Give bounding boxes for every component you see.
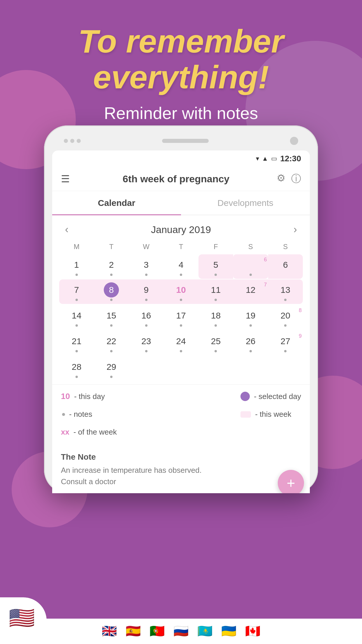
week-num-6: 6 [264, 257, 267, 263]
legend-thisweek-label: - this week [255, 410, 291, 419]
phone-speaker [162, 139, 209, 143]
settings-icon[interactable]: ⚙ [277, 172, 285, 186]
day-27[interactable]: 9 27 [268, 331, 303, 355]
tab-bar: Calendar Developments [52, 191, 310, 215]
day-12[interactable]: 7 12 [233, 279, 268, 304]
phone-frame: ▾ ▲ ▭ 12:30 ☰ 6th week of pregnancy ⚙ ⓘ … [44, 125, 318, 493]
app-header: ☰ 6th week of pregnancy ⚙ ⓘ [52, 167, 310, 191]
legend-today-num: 10 [61, 392, 70, 401]
status-bar: ▾ ▲ ▭ 12:30 [52, 150, 310, 167]
flag-ru[interactable]: 🇷🇺 [173, 624, 189, 638]
day-20[interactable]: 8 20 [268, 305, 303, 330]
day-23[interactable]: 23 [129, 331, 164, 355]
day-empty-1 [129, 356, 164, 381]
legend-notes-label: - notes [69, 410, 92, 419]
day-14[interactable]: 14 [59, 305, 94, 330]
weekday-sat: S [233, 241, 268, 253]
flag-es[interactable]: 🇪🇸 [126, 624, 141, 638]
calendar-week-5: 28 29 [59, 356, 303, 381]
phone-dot-3 [77, 139, 81, 143]
tab-developments[interactable]: Developments [181, 192, 310, 215]
calendar-week-4: 21 22 23 24 [59, 331, 303, 355]
day-6-sat[interactable]: 6 [233, 254, 268, 279]
day-15[interactable]: 15 [94, 305, 129, 330]
calendar-week-1: 1 2 3 4 [59, 254, 303, 279]
calendar: ‹ January 2019 › M T W T F S S [52, 215, 310, 384]
day-28[interactable]: 28 [59, 356, 94, 381]
phone-top-bar [52, 134, 310, 148]
day-empty-5 [268, 356, 303, 381]
legend-weeknum-label: - of the week [73, 428, 117, 437]
calendar-week-2: 7 8 9 10 [59, 279, 303, 304]
info-icon[interactable]: ⓘ [291, 172, 301, 186]
legend-row-thisweek: - this week [240, 410, 301, 419]
day-4[interactable]: 4 [164, 254, 198, 279]
calendar-week-3: 14 15 16 17 [59, 305, 303, 330]
day-7[interactable]: 7 [59, 279, 94, 304]
add-button[interactable]: + [278, 470, 304, 493]
phone-dots [64, 139, 81, 143]
status-icons: ▾ ▲ ▭ 12:30 [256, 154, 301, 163]
phone-dot-2 [70, 139, 74, 143]
prev-month-button[interactable]: ‹ [62, 223, 71, 236]
legend-weeknum-symbol: xx [61, 428, 69, 437]
day-2[interactable]: 2 [94, 254, 129, 279]
hamburger-icon[interactable]: ☰ [61, 173, 70, 185]
day-11[interactable]: 11 [198, 279, 233, 304]
legend-row-selected: - selected day [240, 392, 301, 401]
flag-ua[interactable]: 🇺🇦 [221, 624, 236, 638]
next-month-button[interactable]: › [291, 223, 300, 236]
day-9[interactable]: 9 [129, 279, 164, 304]
day-19[interactable]: 19 [233, 305, 268, 330]
flag-pt[interactable]: 🇵🇹 [150, 624, 165, 638]
week-num-7: 7 [264, 282, 267, 288]
flag-kz[interactable]: 🇰🇿 [197, 624, 212, 638]
weekday-fri: F [198, 241, 233, 253]
app-title: 6th week of pregnancy [75, 173, 277, 185]
day-3[interactable]: 3 [129, 254, 164, 279]
legend-dot-icon [62, 413, 65, 416]
legend-thisweek-box [240, 411, 251, 418]
day-16[interactable]: 16 [129, 305, 164, 330]
hero-section: To remember everything! Reminder with no… [0, 0, 362, 123]
legend-today-label: - this day [74, 392, 105, 401]
day-25[interactable]: 25 [198, 331, 233, 355]
day-17[interactable]: 17 [164, 305, 198, 330]
phone-screen: ▾ ▲ ▭ 12:30 ☰ 6th week of pregnancy ⚙ ⓘ … [52, 150, 310, 493]
day-13[interactable]: 13 [268, 279, 303, 304]
flag-ca[interactable]: 🇨🇦 [245, 624, 260, 638]
legend-selected-label: - selected day [254, 392, 301, 401]
day-10[interactable]: 10 [164, 279, 198, 304]
legend-selected-circle [240, 392, 250, 401]
day-29[interactable]: 29 [94, 356, 129, 381]
day-24[interactable]: 24 [164, 331, 198, 355]
note-section: The Note An increase in temperature has … [52, 447, 310, 493]
day-26[interactable]: 26 [233, 331, 268, 355]
us-flag-icon: 🇺🇸 [9, 606, 35, 630]
day-8[interactable]: 8 [94, 279, 129, 304]
tab-calendar[interactable]: Calendar [52, 192, 181, 215]
week-num-8: 8 [299, 307, 302, 314]
day-21[interactable]: 21 [59, 331, 94, 355]
weekday-tue: T [94, 241, 129, 253]
day-empty-3 [198, 356, 233, 381]
phone-dot-1 [64, 139, 68, 143]
note-text: An increase in temperature has observed.… [61, 465, 301, 487]
day-22[interactable]: 22 [94, 331, 129, 355]
us-flag-corner: 🇺🇸 [0, 597, 47, 644]
battery-icon: ▭ [271, 155, 277, 162]
legend-row-notes: - notes [61, 410, 117, 419]
phone-mockup: ▾ ▲ ▭ 12:30 ☰ 6th week of pregnancy ⚙ ⓘ … [44, 125, 318, 493]
day-empty-4 [233, 356, 268, 381]
hero-title-line1: To remember [0, 23, 362, 59]
hero-subtitle: Reminder with notes [0, 103, 362, 123]
day-6-sun[interactable]: 6 [268, 254, 303, 279]
wifi-icon: ▾ [256, 155, 259, 162]
hero-title: To remember everything! [0, 23, 362, 95]
header-icons: ⚙ ⓘ [277, 172, 301, 186]
day-1[interactable]: 1 [59, 254, 94, 279]
note-title: The Note [61, 452, 301, 462]
day-18[interactable]: 18 [198, 305, 233, 330]
flag-gb[interactable]: 🇬🇧 [102, 624, 117, 638]
day-5[interactable]: 5 [198, 254, 233, 279]
